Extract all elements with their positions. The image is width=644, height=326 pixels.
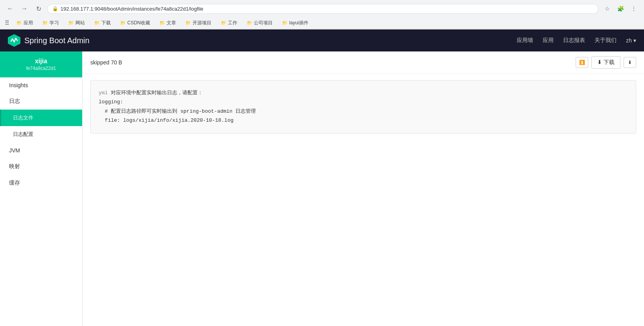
brand-logo: [8, 34, 20, 47]
log-toolbar: skipped 70 B ⏫ ⬇ 下载 ⬇: [83, 51, 644, 74]
sidebar-item-cache-label: 缓存: [9, 179, 20, 186]
bookmark-company[interactable]: 📁 公司项目: [244, 19, 275, 27]
extensions-button[interactable]: 🧩: [615, 3, 626, 14]
brand-name: Spring Boot Admin: [24, 36, 90, 45]
bookmark-layui-label: layui插件: [289, 20, 308, 26]
bookmark-layui[interactable]: 📁 layui插件: [280, 19, 311, 27]
sidebar-item-logfile-label: 日志文件: [13, 115, 33, 121]
bookmark-article-icon: 📁: [160, 20, 165, 26]
bookmark-work-label: 工作: [228, 20, 237, 26]
bookmarks-bar: ⠿ 📁 应用 📁 学习 📁 网站 📁 下载 📁 CSDN收藏 📁 文章 📁 开源…: [0, 17, 644, 29]
sidebar-item-insights-label: Insights: [9, 82, 28, 88]
bookmark-work-icon: 📁: [221, 20, 226, 26]
bookmark-csdn[interactable]: 📁 CSDN收藏: [118, 19, 152, 27]
sidebar-item-logs[interactable]: 日志: [0, 93, 82, 110]
nav-apps[interactable]: 应用: [543, 37, 554, 44]
bookmark-csdn-label: CSDN收藏: [127, 20, 150, 26]
chevron-down-icon: ▾: [633, 37, 636, 44]
address-bar[interactable]: 🔒 192.168.177.1:9048/bootAdmin/instances…: [47, 4, 598, 14]
scroll-top-icon: ⏫: [579, 60, 585, 65]
lang-label: zh: [626, 37, 632, 44]
scroll-bottom-button[interactable]: ⬇: [624, 57, 636, 68]
sidebar-item-mappings[interactable]: 映射: [0, 158, 82, 175]
bookmark-study[interactable]: 📁 学习: [40, 19, 61, 27]
browser-toolbar: ← → ↻ 🔒 192.168.177.1:9048/bootAdmin/ins…: [0, 0, 644, 17]
bookmark-website[interactable]: 📁 网站: [66, 19, 87, 27]
sidebar-header: xijia fe74a8ca22d1: [0, 51, 82, 77]
bookmark-download-label: 下载: [101, 20, 111, 26]
bookmark-opensource-icon: 📁: [185, 20, 191, 26]
scroll-bottom-icon: ⬇: [628, 60, 632, 65]
bookmark-company-label: 公司项目: [254, 20, 273, 26]
sidebar-item-logs-label: 日志: [9, 98, 20, 104]
download-button[interactable]: ⬇ 下载: [591, 56, 620, 69]
sidebar-item-jvm-label: JVM: [9, 147, 20, 154]
main-layout: xijia fe74a8ca22d1 Insights 日志 日志文件 日志配置…: [0, 51, 644, 326]
bookmark-website-icon: 📁: [68, 20, 74, 26]
bookmark-download[interactable]: 📁 下载: [92, 19, 113, 27]
browser-actions: ☆ 🧩 ⋮: [602, 3, 639, 14]
bookmark-study-label: 学习: [50, 20, 59, 26]
lock-icon: 🔒: [52, 6, 58, 11]
nav-app-wall[interactable]: 应用墙: [517, 37, 533, 44]
bookmark-csdn-icon: 📁: [120, 20, 126, 26]
bookmark-article-label: 文章: [167, 20, 176, 26]
brand-area: Spring Boot Admin: [8, 34, 90, 47]
lang-switcher[interactable]: zh ▾: [626, 37, 636, 44]
bookmark-apps[interactable]: 📁 应用: [14, 19, 35, 27]
bookmark-opensource-label: 开源项目: [193, 20, 211, 26]
url-text: 192.168.177.1:9048/bootAdmin/instances/f…: [61, 6, 593, 12]
bookmark-apps-label: 应用: [24, 20, 33, 26]
sidebar-item-logconfig[interactable]: 日志配置: [0, 126, 82, 143]
bookmark-article[interactable]: 📁 文章: [157, 19, 178, 27]
bookmark-download-icon: 📁: [94, 20, 100, 26]
top-nav: Spring Boot Admin 应用墙 应用 日志报表 关于我们 zh ▾: [0, 29, 644, 51]
log-line-1: yml 对应环境中配置实时输出日志，请配置： logging: # 配置日志路径…: [99, 90, 256, 123]
log-content-box: yml 对应环境中配置实时输出日志，请配置： logging: # 配置日志路径…: [90, 80, 636, 134]
menu-button[interactable]: ⋮: [628, 3, 639, 14]
back-button[interactable]: ←: [5, 3, 16, 14]
sidebar-app-name: xijia: [6, 58, 76, 65]
bookmark-company-icon: 📁: [247, 20, 252, 26]
content-area: skipped 70 B ⏫ ⬇ 下载 ⬇ yml 对应环境中配置实时输出日志，…: [83, 51, 644, 326]
bookmark-work[interactable]: 📁 工作: [218, 19, 240, 27]
bookmark-study-icon: 📁: [42, 20, 48, 26]
sidebar-item-cache[interactable]: 缓存: [0, 175, 82, 191]
scroll-top-button[interactable]: ⏫: [576, 57, 588, 68]
forward-button[interactable]: →: [19, 3, 30, 14]
sidebar-item-insights[interactable]: Insights: [0, 77, 82, 93]
nav-log-report[interactable]: 日志报表: [563, 37, 585, 44]
sidebar: xijia fe74a8ca22d1 Insights 日志 日志文件 日志配置…: [0, 51, 83, 326]
sidebar-instance-id: fe74a8ca22d1: [6, 66, 76, 71]
skipped-info: skipped 70 B: [90, 59, 122, 66]
sidebar-item-logfile[interactable]: 日志文件: [0, 110, 82, 126]
nav-about[interactable]: 关于我们: [594, 37, 616, 44]
sidebar-item-jvm[interactable]: JVM: [0, 143, 82, 158]
star-button[interactable]: ☆: [602, 3, 613, 14]
sidebar-item-logconfig-label: 日志配置: [13, 131, 33, 137]
reload-button[interactable]: ↻: [33, 3, 44, 14]
bookmark-website-label: 网站: [75, 20, 85, 26]
browser-chrome: ← → ↻ 🔒 192.168.177.1:9048/bootAdmin/ins…: [0, 0, 644, 29]
bookmark-opensource[interactable]: 📁 开源项目: [183, 19, 214, 27]
toolbar-actions: ⏫ ⬇ 下载 ⬇: [576, 56, 636, 69]
top-nav-links: 应用墙 应用 日志报表 关于我们 zh ▾: [517, 37, 636, 44]
bookmark-layui-icon: 📁: [282, 20, 288, 26]
app-wrapper: Spring Boot Admin 应用墙 应用 日志报表 关于我们 zh ▾ …: [0, 29, 644, 326]
bookmark-apps-icon: 📁: [17, 20, 22, 26]
sidebar-item-mappings-label: 映射: [9, 163, 20, 169]
apps-icon[interactable]: ⠿: [5, 19, 9, 27]
